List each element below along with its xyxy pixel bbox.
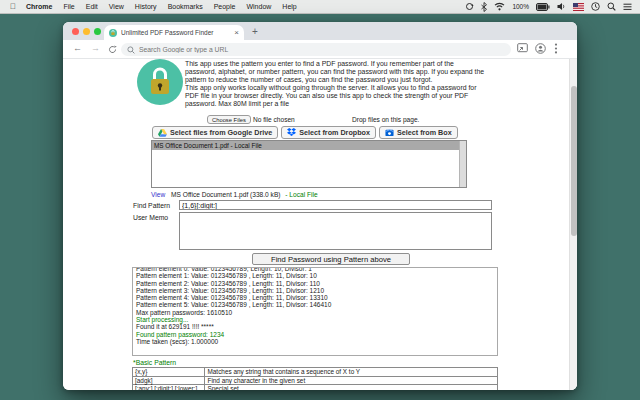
dropbox-button-label: Select from Dropbox bbox=[299, 128, 370, 137]
file-chosen-status: No file chosen bbox=[253, 116, 295, 123]
pattern-cell: [:any:],[:digit:],[:lower:]... bbox=[133, 385, 205, 391]
profile-icon[interactable] bbox=[535, 43, 546, 54]
log-line: Pattern element 3: Value: 0123456789 , L… bbox=[136, 287, 497, 294]
reload-icon[interactable] bbox=[108, 45, 117, 54]
dropbox-icon bbox=[287, 128, 296, 137]
menu-file[interactable]: File bbox=[63, 3, 74, 10]
view-file-source: - Local File bbox=[285, 191, 317, 198]
box-button-label: Select from Box bbox=[397, 128, 452, 137]
omnibox[interactable] bbox=[121, 43, 511, 56]
google-drive-icon bbox=[158, 129, 167, 137]
pattern-cell: {x,y} bbox=[133, 368, 205, 377]
pattern-cell: [adgk] bbox=[133, 376, 205, 385]
find-pattern-input[interactable] bbox=[179, 200, 492, 210]
menu-help[interactable]: Help bbox=[282, 3, 296, 10]
log-line: Max pattern passwords: 1610510 bbox=[136, 309, 497, 316]
log-line: Start processing... bbox=[136, 316, 497, 323]
user-memo-label: User Memo bbox=[133, 214, 168, 221]
find-password-button[interactable]: Find Password using Pattern above bbox=[252, 253, 410, 265]
macos-menubar:  Chrome File Edit View History Bookmark… bbox=[0, 0, 640, 14]
browser-toolbar: ← → bbox=[63, 40, 577, 59]
box-icon bbox=[385, 128, 394, 137]
processing-log: Pattern element 0: Value: 0123456789, Le… bbox=[132, 267, 498, 356]
drop-files-hint: Drop files on this page. bbox=[352, 116, 419, 123]
listbox-scrollbar[interactable] bbox=[459, 141, 466, 187]
address-input[interactable] bbox=[139, 46, 505, 53]
back-button[interactable]: ← bbox=[73, 43, 82, 53]
menubar-status-cluster: 100% bbox=[465, 2, 632, 12]
bluetooth-icon[interactable] bbox=[481, 2, 487, 12]
apple-menu-icon[interactable]:  bbox=[10, 3, 16, 11]
basic-pattern-heading: *Basic Pattern bbox=[133, 359, 176, 366]
window-close-button[interactable] bbox=[72, 28, 79, 35]
user-memo-textarea[interactable] bbox=[179, 212, 492, 250]
input-source-flag-icon[interactable] bbox=[573, 3, 584, 11]
forward-button[interactable]: → bbox=[91, 43, 100, 53]
pattern-help-table: {x,y} Matches any string that contains a… bbox=[132, 367, 498, 390]
battery-icon[interactable] bbox=[536, 3, 550, 11]
spotlight-search-icon[interactable] bbox=[607, 2, 616, 11]
send-to-device-icon[interactable] bbox=[517, 43, 528, 53]
app-description-p2: This app only works locally without goin… bbox=[185, 84, 487, 108]
menu-window[interactable]: Window bbox=[246, 3, 271, 10]
pattern-desc-cell: Matches any string that contains a seque… bbox=[205, 368, 498, 377]
volume-icon[interactable] bbox=[557, 2, 566, 11]
tab-strip: Unlimited PDF Password Finder × + bbox=[63, 22, 577, 40]
search-icon bbox=[127, 46, 135, 54]
menu-chrome[interactable]: Chrome bbox=[26, 3, 52, 10]
log-line: Found it at 629191 !!!! ***** bbox=[136, 323, 497, 330]
file-input-row: Choose Files No file chosen Drop files o… bbox=[207, 115, 507, 125]
tab-close-icon[interactable]: × bbox=[234, 29, 239, 37]
menu-edit[interactable]: Edit bbox=[86, 3, 98, 10]
table-row: {x,y} Matches any string that contains a… bbox=[133, 368, 498, 377]
browser-tab[interactable]: Unlimited PDF Password Finder × bbox=[104, 25, 244, 40]
menu-history[interactable]: History bbox=[135, 3, 157, 10]
app-description-p1: This app uses the pattern you enter to f… bbox=[185, 60, 487, 84]
file-list-item-selected[interactable]: MS Office Document 1.pdf - Local File bbox=[152, 141, 466, 150]
pattern-desc-cell: Find any character in the given set bbox=[205, 376, 498, 385]
find-pattern-label: Find Pattern bbox=[133, 202, 170, 209]
app-description: This app uses the pattern you enter to f… bbox=[185, 60, 487, 108]
menu-bookmarks[interactable]: Bookmarks bbox=[168, 3, 203, 10]
log-line: Time taken (secs): 1.000000 bbox=[136, 338, 497, 345]
log-line: Pattern element 4: Value: 0123456789 , L… bbox=[136, 294, 497, 301]
page-scrollbar-thumb[interactable] bbox=[571, 86, 577, 236]
google-drive-button-label: Select files from Google Drive bbox=[170, 128, 272, 137]
page-content: This app uses the pattern you enter to f… bbox=[63, 59, 577, 390]
tab-favicon-lock-icon bbox=[109, 29, 117, 37]
dropbox-button[interactable]: Select from Dropbox bbox=[281, 126, 376, 139]
notification-center-icon[interactable] bbox=[623, 3, 632, 11]
battery-percent: 100% bbox=[512, 3, 529, 10]
file-view-line: View MS Office Document 1.pdf (338.0 kB)… bbox=[151, 191, 318, 198]
window-zoom-button[interactable] bbox=[94, 28, 101, 35]
log-line: Found pattern password: 1234 bbox=[136, 331, 497, 338]
window-minimize-button[interactable] bbox=[83, 28, 90, 35]
cloud-buttons-row: Select files from Google Drive Select fr… bbox=[152, 126, 458, 139]
google-drive-button[interactable]: Select files from Google Drive bbox=[152, 126, 278, 139]
page-scrollbar[interactable] bbox=[569, 59, 577, 390]
clock-icon[interactable] bbox=[591, 2, 600, 11]
choose-files-button[interactable]: Choose Files bbox=[207, 115, 251, 124]
app-logo-lock-icon bbox=[137, 59, 183, 105]
table-row: [:any:],[:digit:],[:lower:]... Special s… bbox=[133, 385, 498, 391]
menu-view[interactable]: View bbox=[109, 3, 124, 10]
table-row: [adgk] Find any character in the given s… bbox=[133, 376, 498, 385]
sync-icon[interactable] bbox=[465, 2, 474, 11]
tab-title: Unlimited PDF Password Finder bbox=[121, 29, 230, 36]
box-button[interactable]: Select from Box bbox=[379, 126, 458, 139]
wifi-icon[interactable] bbox=[494, 2, 505, 11]
log-line: Pattern element 2: Value: 0123456789 , L… bbox=[136, 280, 497, 287]
chrome-menu-icon[interactable] bbox=[554, 43, 558, 54]
log-line: Pattern element 1: Value: 0123456789 , L… bbox=[136, 272, 497, 279]
view-link[interactable]: View bbox=[151, 191, 165, 198]
chrome-window: Unlimited PDF Password Finder × + ← → Th… bbox=[63, 22, 577, 390]
log-line: Pattern element 5: Value: 0123456789 , L… bbox=[136, 301, 497, 308]
file-listbox[interactable]: MS Office Document 1.pdf - Local File bbox=[151, 140, 467, 188]
pattern-desc-cell: Special set. bbox=[205, 385, 498, 391]
new-tab-button[interactable]: + bbox=[252, 26, 258, 37]
menu-people[interactable]: People bbox=[214, 3, 236, 10]
view-file-name: MS Office Document 1.pdf (338.0 kB) bbox=[171, 191, 280, 198]
